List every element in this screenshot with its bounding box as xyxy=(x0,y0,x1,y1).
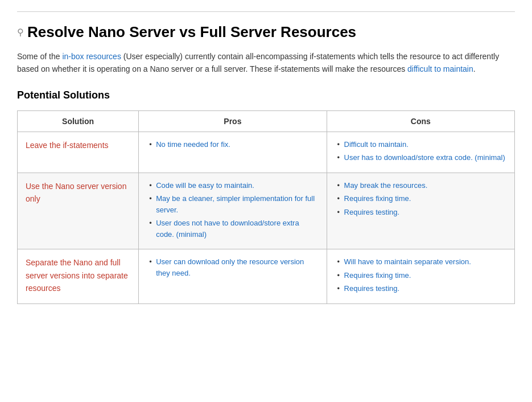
potential-solutions-heading: Potential Solutions xyxy=(17,89,515,101)
list-item: Requires fixing time. xyxy=(335,270,506,281)
solution-cell: Separate the Nano and full server versio… xyxy=(18,249,139,304)
list-item: User has to download/store extra code. (… xyxy=(335,152,506,163)
difficult-to-maintain-link[interactable]: difficult to maintain xyxy=(407,64,473,73)
list-item: May be a cleaner, simpler implementation… xyxy=(147,193,318,215)
list-item: Requires fixing time. xyxy=(335,193,506,204)
list-item: No time needed for fix. xyxy=(147,139,318,150)
list-item: Code will be easy to maintain. xyxy=(147,180,318,191)
list-item: May break the resources. xyxy=(335,180,506,191)
pros-cell: User can download only the resource vers… xyxy=(139,249,327,304)
cons-cell: May break the resources.Requires fixing … xyxy=(327,173,514,249)
table-row: Leave the if-statementsNo time needed fo… xyxy=(18,132,515,173)
table-row: Use the Nano server version onlyCode wil… xyxy=(18,173,515,249)
anchor-icon: ⚲ xyxy=(17,27,24,38)
pros-cell: No time needed for fix. xyxy=(139,132,327,173)
solution-cell: Use the Nano server version only xyxy=(18,173,139,249)
solution-cell: Leave the if-statements xyxy=(18,132,139,173)
intro-paragraph: Some of the in-box resources (User espec… xyxy=(17,50,515,76)
in-box-resources-link[interactable]: in-box resources xyxy=(62,52,121,61)
col-header-pros: Pros xyxy=(139,110,327,132)
cons-cell: Difficult to maintain.User has to downlo… xyxy=(327,132,514,173)
table-row: Separate the Nano and full server versio… xyxy=(18,249,515,304)
col-header-solution: Solution xyxy=(18,110,139,132)
heading-wrapper: ⚲ Resolve Nano Server vs Full Server Res… xyxy=(17,23,515,41)
table-header-row: Solution Pros Cons xyxy=(18,110,515,132)
solutions-table: Solution Pros Cons Leave the if-statemen… xyxy=(17,110,515,304)
list-item: Requires testing. xyxy=(335,283,506,294)
list-item: Will have to maintain separate version. xyxy=(335,256,506,268)
page-title: Resolve Nano Server vs Full Server Resou… xyxy=(27,23,356,41)
list-item: User can download only the resource vers… xyxy=(147,256,318,278)
cons-cell: Will have to maintain separate version.R… xyxy=(327,249,514,304)
top-divider xyxy=(17,11,515,12)
list-item: User does not have to download/store ext… xyxy=(147,218,318,240)
list-item: Requires testing. xyxy=(335,207,506,218)
col-header-cons: Cons xyxy=(327,110,514,132)
pros-cell: Code will be easy to maintain.May be a c… xyxy=(139,173,327,249)
list-item: Difficult to maintain. xyxy=(335,139,506,150)
